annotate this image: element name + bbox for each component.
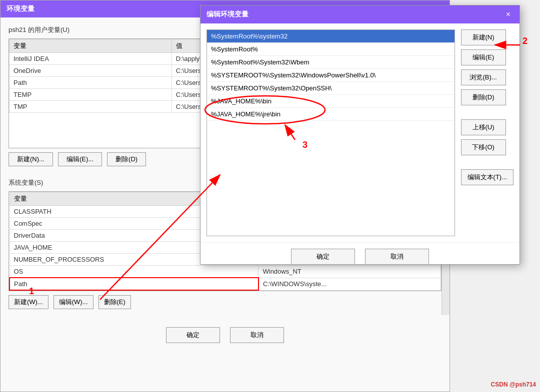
move-down-btn[interactable]: 下移(O): [461, 139, 506, 155]
delete-d-btn[interactable]: 删除(D): [461, 89, 506, 105]
annotation-1: 1: [29, 286, 34, 297]
edit-dialog-title: 编辑环境变量: [206, 10, 248, 19]
edit-dialog: 编辑环境变量 × %SystemRoot%\system32%SystemRoo…: [200, 5, 520, 265]
path-list[interactable]: %SystemRoot%\system32%SystemRoot%%System…: [206, 29, 455, 236]
table-row[interactable]: PathC:\WINDOWS\syste...: [10, 278, 441, 290]
move-up-btn[interactable]: 上移(U): [461, 119, 506, 135]
edit-text-btn[interactable]: 编辑文本(T)...: [461, 169, 514, 185]
env-cancel-btn[interactable]: 取消: [230, 327, 284, 343]
list-item[interactable]: %SYSTEMROOT%\System32\WindowsPowerShell\…: [207, 69, 454, 82]
browse-b-btn[interactable]: 浏览(B)...: [461, 69, 506, 85]
edit-ok-btn[interactable]: 确定: [291, 249, 355, 265]
csdn-watermark: CSDN @psh714: [491, 381, 536, 388]
edit-footer: 确定 取消: [200, 242, 520, 271]
new-n-btn[interactable]: 新建(N): [461, 29, 506, 45]
annotation-2: 2: [522, 36, 528, 46]
sys-new-btn[interactable]: 新建(W)...: [8, 295, 48, 309]
sys-action-buttons: 新建(W)... 编辑(W)... 删除(E): [8, 291, 442, 313]
close-button[interactable]: ×: [503, 9, 514, 19]
list-item[interactable]: %SystemRoot%\System32\Wbem: [207, 56, 454, 69]
edit-cancel-btn[interactable]: 取消: [365, 249, 429, 265]
annotation-3: 3: [302, 140, 308, 150]
edit-action-buttons: 新建(N) 编辑(E) 浏览(B)... 删除(D) 上移(U) 下移(O) 编…: [461, 29, 514, 236]
list-item[interactable]: %SystemRoot%\system32: [207, 30, 454, 43]
user-new-btn[interactable]: 新建(N)...: [8, 152, 53, 166]
sys-edit-btn[interactable]: 编辑(W)...: [54, 295, 94, 309]
list-item[interactable]: %JAVA_HOME%\jre\bin: [207, 108, 454, 121]
env-ok-btn[interactable]: 确定: [166, 327, 220, 343]
edit-title-bar: 编辑环境变量 ×: [200, 5, 520, 23]
edit-e-btn[interactable]: 编辑(E): [461, 49, 506, 65]
list-item[interactable]: %SYSTEMROOT%\System32\OpenSSH\: [207, 82, 454, 95]
sys-delete-btn[interactable]: 删除(E): [98, 295, 131, 309]
edit-body: %SystemRoot%\system32%SystemRoot%%System…: [200, 23, 520, 242]
list-item[interactable]: %JAVA_HOME%\bin: [207, 95, 454, 108]
list-item[interactable]: %SystemRoot%: [207, 43, 454, 56]
env-bottom-buttons: 确定 取消: [8, 321, 442, 349]
env-window-title: 环境变量: [6, 4, 34, 12]
user-delete-btn[interactable]: 删除(D): [107, 152, 146, 166]
user-edit-btn[interactable]: 编辑(E)...: [58, 152, 102, 166]
user-col-var: 变量: [10, 39, 172, 53]
